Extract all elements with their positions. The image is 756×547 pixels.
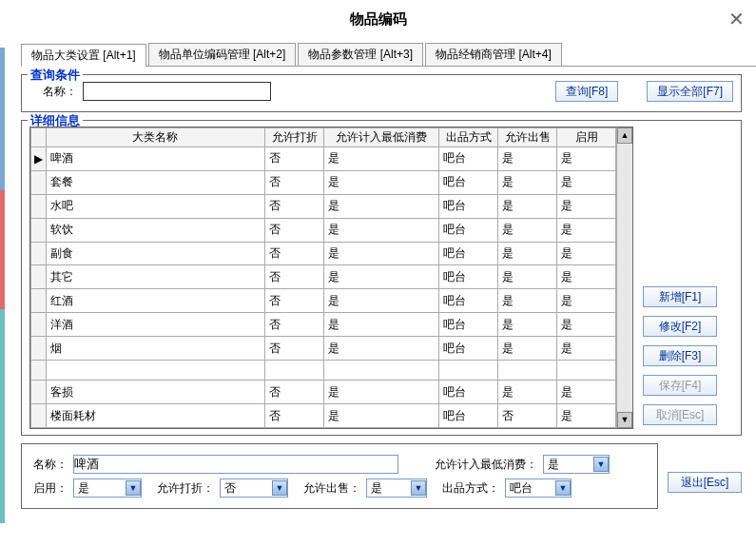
cell-enable[interactable]: 是 xyxy=(557,218,616,242)
cell-sell[interactable] xyxy=(498,361,557,381)
cell-output[interactable]: 吧台 xyxy=(439,313,498,337)
table-row[interactable]: 洋酒否是吧台是是 xyxy=(31,313,616,337)
cell-minconsume[interactable]: 是 xyxy=(324,289,439,313)
tab-param[interactable]: 物品参数管理 [Alt+3] xyxy=(298,43,423,66)
table-row[interactable]: 套餐否是吧台是是 xyxy=(31,170,616,194)
cell-discount[interactable]: 否 xyxy=(265,194,324,218)
showall-button[interactable]: 显示全部[F7] xyxy=(647,81,733,102)
cell-sell[interactable]: 是 xyxy=(498,147,557,171)
cell-minconsume[interactable]: 是 xyxy=(324,381,439,404)
table-row[interactable]: 烟否是吧台是是 xyxy=(31,337,616,361)
cell-minconsume[interactable] xyxy=(324,361,439,381)
cell-sell[interactable]: 是 xyxy=(498,170,557,194)
cell-sell[interactable]: 是 xyxy=(498,381,557,404)
cell-sell[interactable]: 是 xyxy=(498,337,557,361)
cell-enable[interactable]: 是 xyxy=(557,147,616,171)
cell-sell[interactable]: 是 xyxy=(498,289,557,313)
cell-minconsume[interactable]: 是 xyxy=(324,242,439,265)
cell-minconsume[interactable]: 是 xyxy=(324,194,439,218)
cell-minconsume[interactable]: 是 xyxy=(324,147,439,171)
cell-discount[interactable]: 否 xyxy=(265,404,324,428)
cell-name[interactable]: 客损 xyxy=(46,381,264,404)
cell-discount[interactable]: 否 xyxy=(265,381,324,404)
cell-enable[interactable]: 是 xyxy=(557,337,616,361)
cell-discount[interactable] xyxy=(265,361,324,381)
table-row[interactable]: ▶啤酒否是吧台是是 xyxy=(31,147,616,171)
cell-output[interactable]: 吧台 xyxy=(439,404,498,428)
cell-discount[interactable]: 否 xyxy=(265,265,324,289)
form-minconsume-select[interactable]: 是 ▼ xyxy=(543,455,610,474)
cell-minconsume[interactable]: 是 xyxy=(324,337,439,361)
cell-output[interactable]: 吧台 xyxy=(439,337,498,361)
cell-enable[interactable]: 是 xyxy=(557,194,616,218)
form-name-input[interactable] xyxy=(73,455,398,474)
cell-name[interactable]: 副食 xyxy=(46,242,264,265)
cell-output[interactable]: 吧台 xyxy=(439,242,498,265)
delete-button[interactable]: 删除[F3] xyxy=(643,345,717,366)
cell-sell[interactable]: 是 xyxy=(498,194,557,218)
cell-name[interactable]: 洋酒 xyxy=(46,313,264,337)
cell-name[interactable]: 套餐 xyxy=(46,170,264,194)
data-grid[interactable]: 大类名称 允许打折 允许计入最低消费 出品方式 允许出售 启用 ▶啤酒否是吧台是… xyxy=(30,127,616,428)
cell-name[interactable] xyxy=(46,361,264,381)
scroll-down-icon[interactable]: ▼ xyxy=(617,412,632,428)
cell-output[interactable]: 吧台 xyxy=(439,147,498,171)
cell-sell[interactable]: 是 xyxy=(498,313,557,337)
cell-enable[interactable]: 是 xyxy=(557,265,616,289)
cell-sell[interactable]: 否 xyxy=(498,404,557,428)
exit-button[interactable]: 退出[Esc] xyxy=(668,472,742,493)
cell-discount[interactable]: 否 xyxy=(265,147,324,171)
cell-enable[interactable]: 是 xyxy=(557,170,616,194)
cell-output[interactable]: 吧台 xyxy=(439,218,498,242)
cell-output[interactable]: 吧台 xyxy=(439,194,498,218)
query-name-input[interactable] xyxy=(83,82,271,101)
col-minconsume[interactable]: 允许计入最低消费 xyxy=(324,128,439,147)
cell-name[interactable]: 其它 xyxy=(46,265,264,289)
add-button[interactable]: 新增[F1] xyxy=(643,286,717,307)
col-sell[interactable]: 允许出售 xyxy=(498,128,557,147)
form-enable-select[interactable]: 是 ▼ xyxy=(73,479,142,498)
scroll-up-icon[interactable]: ▲ xyxy=(617,127,632,144)
table-row[interactable]: 软饮否是吧台是是 xyxy=(31,218,616,242)
cell-discount[interactable]: 否 xyxy=(265,170,324,194)
cell-minconsume[interactable]: 是 xyxy=(324,218,439,242)
table-row[interactable]: 客损否是吧台是是 xyxy=(31,381,616,404)
cell-discount[interactable]: 否 xyxy=(265,242,324,265)
edit-button[interactable]: 修改[F2] xyxy=(643,316,717,337)
close-icon[interactable]: ✕ xyxy=(728,8,745,30)
cell-output[interactable]: 吧台 xyxy=(439,265,498,289)
cell-output[interactable] xyxy=(439,361,498,381)
cell-output[interactable]: 吧台 xyxy=(439,381,498,404)
cell-discount[interactable]: 否 xyxy=(265,337,324,361)
cell-enable[interactable]: 是 xyxy=(557,242,616,265)
cell-minconsume[interactable]: 是 xyxy=(324,265,439,289)
table-row[interactable]: 副食否是吧台是是 xyxy=(31,242,616,265)
cell-output[interactable]: 吧台 xyxy=(439,289,498,313)
tab-unit[interactable]: 物品单位编码管理 [Alt+2] xyxy=(148,43,297,66)
cell-name[interactable]: 软饮 xyxy=(46,218,264,242)
tab-category[interactable]: 物品大类设置 [Alt+1] xyxy=(21,44,146,67)
cell-discount[interactable]: 否 xyxy=(265,313,324,337)
cell-name[interactable]: 啤酒 xyxy=(46,147,264,171)
cell-minconsume[interactable]: 是 xyxy=(324,170,439,194)
table-row[interactable]: 其它否是吧台是是 xyxy=(31,265,616,289)
vertical-scrollbar[interactable]: ▲ ▼ xyxy=(616,127,632,428)
tab-dealer[interactable]: 物品经销商管理 [Alt+4] xyxy=(425,43,562,66)
table-row[interactable]: 水吧否是吧台是是 xyxy=(31,194,616,218)
cell-discount[interactable]: 否 xyxy=(265,218,324,242)
table-row[interactable]: 楼面耗材否是吧台否是 xyxy=(31,404,616,428)
scroll-track[interactable] xyxy=(617,144,632,412)
cell-name[interactable]: 楼面耗材 xyxy=(46,404,264,428)
cell-sell[interactable]: 是 xyxy=(498,265,557,289)
col-discount[interactable]: 允许打折 xyxy=(265,128,324,147)
cell-minconsume[interactable]: 是 xyxy=(324,313,439,337)
search-button[interactable]: 查询[F8] xyxy=(555,81,619,102)
table-row[interactable]: 红酒否是吧台是是 xyxy=(31,289,616,313)
cell-name[interactable]: 红酒 xyxy=(46,289,264,313)
cell-name[interactable]: 烟 xyxy=(46,337,264,361)
cell-enable[interactable]: 是 xyxy=(557,289,616,313)
col-name[interactable]: 大类名称 xyxy=(46,128,264,147)
form-discount-select[interactable]: 否 ▼ xyxy=(220,479,288,498)
cell-name[interactable]: 水吧 xyxy=(46,194,264,218)
cell-output[interactable]: 吧台 xyxy=(439,170,498,194)
